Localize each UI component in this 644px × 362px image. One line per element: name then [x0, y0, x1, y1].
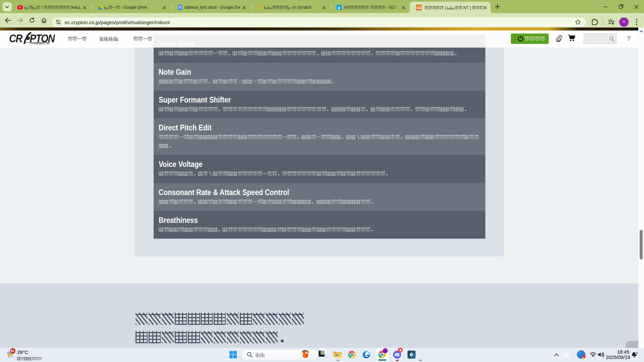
- svg-text:S: S: [258, 5, 261, 10]
- svg-text:z: z: [636, 351, 638, 355]
- svg-text:p: p: [338, 5, 340, 10]
- svg-text:CFM: CFM: [416, 7, 421, 9]
